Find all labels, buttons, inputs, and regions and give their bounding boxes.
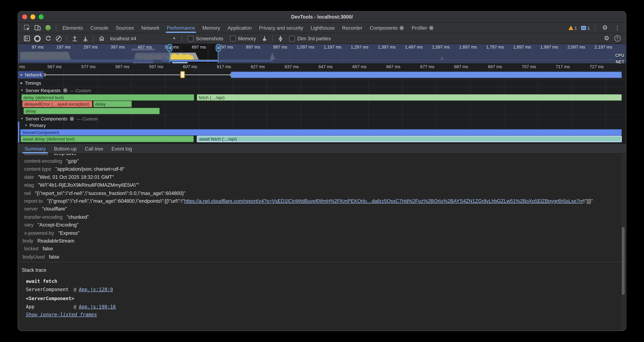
toggle-sidebar-icon[interactable]	[23, 34, 31, 43]
timeline-bar-servercomponent[interactable]: ServerComponent	[20, 129, 622, 135]
property-row: vary"Accept-Encoding"	[18, 221, 626, 229]
ruler-tick-label: 687 ms	[439, 64, 468, 69]
react-atom-icon	[62, 88, 68, 93]
issues-badge[interactable]: 1	[580, 25, 591, 30]
reload-and-record-button[interactable]	[44, 34, 52, 43]
subtrack-header-primary[interactable]: ▼Primary	[25, 122, 46, 129]
home-icon[interactable]	[97, 34, 106, 43]
device-toolbar-icon[interactable]	[34, 24, 41, 32]
tab-components[interactable]: Components	[366, 23, 408, 33]
overview-tick-label: 897 ms	[232, 45, 260, 50]
stack-frame-function: App	[26, 303, 74, 311]
tab-elements[interactable]: Elements	[59, 23, 87, 33]
selection-handle-left[interactable]	[167, 44, 172, 52]
overview-tick-label: 597 ms	[151, 45, 179, 50]
zoom-window-button[interactable]	[39, 15, 44, 19]
property-row: content-encoding"gzip"	[18, 157, 626, 165]
track-header-server-components[interactable]: ▼Server Components — Custom	[20, 115, 98, 122]
scrollbar[interactable]	[621, 154, 625, 331]
property-value: "Accept-Encoding"	[38, 222, 78, 228]
details-tab-bottom-up[interactable]: Bottom-up	[50, 144, 81, 153]
details-tab-event-log[interactable]: Event log	[107, 144, 136, 153]
property-key: server	[24, 206, 38, 212]
screenshots-checkbox[interactable]: Screenshots	[188, 36, 223, 41]
response-properties: connection"keep-alive"content-encoding"g…	[18, 154, 626, 261]
network-request-bar[interactable]	[231, 71, 622, 78]
tab-privacy-and-security[interactable]: Privacy and security	[256, 23, 307, 33]
property-value: "application/json; charset=utf-8"	[56, 166, 124, 172]
property-value: "W/\"4b1-RjEJloX9kRinu6F0MAZMmy6E5iA\""	[38, 182, 139, 188]
divider	[595, 25, 596, 31]
help-icon[interactable]: ?	[613, 34, 622, 43]
tab-label: Network	[141, 25, 160, 31]
tab-label: Privacy and security	[259, 25, 303, 31]
track-drag-grip[interactable]	[44, 73, 46, 76]
property-value: "cloudflare"	[42, 206, 67, 212]
details-tab-call-tree[interactable]: Call tree	[81, 144, 108, 153]
extension-gem-icon[interactable]	[44, 24, 52, 32]
inspect-element-icon[interactable]	[23, 24, 30, 32]
tab-lighthouse[interactable]: Lighthouse	[307, 23, 338, 33]
tab-performance[interactable]: Performance	[163, 23, 199, 33]
settings-gear-icon[interactable]: ⚙	[601, 24, 609, 32]
timeline-bar-fetch-api-[interactable]: fetch (…/api)	[197, 94, 622, 100]
timeline-bar-await-fetch-api-[interactable]: await fetch (…/api)	[197, 136, 622, 142]
details-tab-summary[interactable]: Summary	[20, 144, 50, 153]
record-button[interactable]	[33, 34, 42, 43]
tab-console[interactable]: Console	[87, 23, 112, 33]
tab-application[interactable]: Application	[224, 23, 256, 33]
timeline-bar-delay[interactable]: delay	[93, 101, 132, 107]
tab-network[interactable]: Network	[138, 23, 163, 33]
tab-recorder[interactable]: Recorder	[338, 23, 366, 33]
desktop: DevTools - localhost:3000/ ElementsConso…	[0, 0, 644, 342]
window-title: DevTools - localhost:3000/	[18, 12, 626, 22]
ruler-tick-label: 697 ms	[472, 64, 502, 69]
timeline-bar-await-delay-deferred-text-[interactable]: await delay (deferred text)	[20, 136, 194, 142]
timeline-bar-delayederror-ayed-exception-[interactable]: delayedError (…ayed exception)	[22, 101, 92, 107]
property-row: etag"W/\"4b1-RjEJloX9kRinu6F0MAZMmy6E5iA…	[18, 181, 626, 189]
track-separator	[18, 115, 626, 115]
timeline-bar-delay[interactable]: delay	[23, 108, 160, 114]
timeline-bar-delay-deferred-text-[interactable]: delay (deferred text)	[21, 94, 194, 100]
more-menu-icon[interactable]: ⋮	[614, 24, 621, 32]
source-location-link[interactable]: App.js:128:9	[79, 287, 113, 292]
history-select[interactable]: localhost #4 ▼	[108, 36, 177, 41]
property-row: server"cloudflare"	[18, 205, 626, 213]
warnings-badge[interactable]: 1	[567, 25, 578, 30]
scrollbar-thumb[interactable]	[622, 227, 624, 295]
source-location-link[interactable]: App.js:190:16	[79, 304, 116, 310]
save-profile-icon[interactable]	[81, 34, 90, 43]
selection-handle-right[interactable]	[215, 44, 221, 52]
divider	[56, 25, 56, 31]
timeline-overview[interactable]: 97 ms197 ms297 ms397 ms497 ms597 ms697 m…	[18, 44, 626, 63]
property-value: "Wed, 01 Oct 2025 18:32:01 GMT"	[38, 174, 114, 180]
memory-checkbox[interactable]: Memory	[230, 36, 256, 41]
tab-memory[interactable]: Memory	[199, 23, 224, 33]
property-key: report-to	[24, 198, 43, 204]
track-header-timings[interactable]: ▶Timings	[20, 79, 41, 87]
property-row: x-powered-by"Express"	[18, 229, 626, 237]
report-url-link[interactable]: https://a.nel.cloudflare.com/report/v4?s…	[184, 198, 583, 204]
track-header-network[interactable]: ▶Network	[20, 71, 42, 79]
capture-settings-gear-icon[interactable]: ⚙	[602, 34, 611, 43]
toolbar-right: ⚙ ?	[601, 34, 622, 43]
dim-3rd-parties-checkbox[interactable]: Dim 3rd parties	[289, 36, 331, 41]
tab-profiler[interactable]: Profiler	[408, 23, 438, 33]
track-header-server-requests[interactable]: ▼Server Requests — Custom	[20, 87, 91, 94]
tab-label: Memory	[202, 25, 220, 31]
throttling-icon[interactable]	[276, 34, 284, 43]
chevron-down-icon: ▼	[172, 37, 176, 40]
collect-garbage-icon[interactable]	[260, 34, 268, 43]
overview-tick-label: 1,697 ms	[449, 45, 477, 50]
network-candystripe-event[interactable]	[180, 71, 185, 78]
minimize-window-button[interactable]	[30, 15, 35, 19]
screenshots-label: Screenshots	[196, 36, 223, 41]
close-window-button[interactable]	[22, 15, 27, 19]
load-profile-icon[interactable]	[71, 34, 79, 43]
property-key: etag	[24, 182, 34, 188]
clear-recording-button[interactable]	[55, 34, 63, 43]
property-row: transfer-encoding"chunked"	[18, 213, 626, 221]
property-value: false	[49, 254, 60, 260]
tab-sources[interactable]: Sources	[112, 23, 138, 33]
show-ignore-listed-frames-link[interactable]: Show ignore-listed frames	[22, 311, 626, 317]
